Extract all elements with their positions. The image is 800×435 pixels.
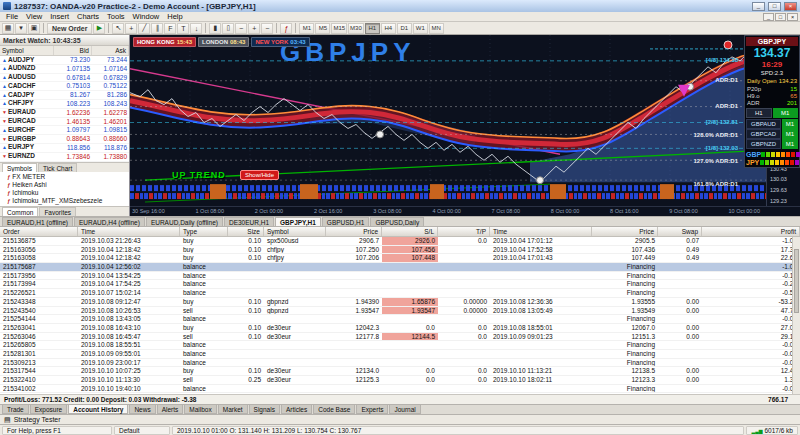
timeframe-button-m1[interactable]: M1 [773,108,799,118]
orders-column-swap-10[interactable]: Swap [658,227,702,236]
timeframe-w1[interactable]: W1 [413,23,428,34]
market-watch-row[interactable]: ▲CADCHF0.751030.75122 [0,82,129,91]
order-row[interactable]: 2152813012019.10.09 09:55:01balanceFinan… [0,350,800,359]
chart-tab-gbpjpy-h1[interactable]: GBPJPY,H1 [275,217,321,226]
orders-column-type-2[interactable]: Type [180,227,228,236]
menu-view[interactable]: View [22,12,46,21]
orders-scrollbar[interactable] [792,237,800,394]
mdi-minimize-button[interactable]: _ [763,13,774,21]
market-watch-row[interactable]: ▲CHFJPY108.223108.243 [0,100,129,109]
order-row[interactable]: 2151739562019.10.04 13:54:25balanceFinan… [0,272,800,281]
market-watch-row[interactable]: ▲CADJPY81.26781.286 [0,91,129,100]
timeframe-m1[interactable]: M1 [299,23,314,34]
orders-column-profit-11[interactable]: Profit [702,227,800,236]
chart-tab-euraud-h4-offline-[interactable]: EURAUD,H4 (offline) [74,217,145,226]
pair-timeframe-button[interactable]: M1 [782,129,798,139]
chart-tab-euraud-daily-offline-[interactable]: EURAUD,Daily (offline) [146,217,223,226]
market-watch-row[interactable]: ▲AUDUSD0.678140.67829 [0,74,129,83]
cursor-icon[interactable]: ↖ [112,23,124,34]
text-label-icon[interactable]: T [177,23,189,34]
zoom-in-icon[interactable]: + [248,23,260,34]
market-watch-row[interactable]: ▼EURGBP0.886430.88660 [0,135,129,144]
terminal-tab-experts[interactable]: Experts [356,405,388,414]
mdi-close-button[interactable]: × [787,13,798,21]
orders-column-order-0[interactable]: Order [0,227,78,236]
profiles-icon[interactable]: ▣ [28,23,40,34]
restore-button[interactable]: □ [768,2,781,11]
navigator-item-ichimoku[interactable]: ƒIchimoku [0,189,129,197]
close-button[interactable]: × [784,2,797,11]
order-row[interactable]: 2153175442019.10.10 10:07:25buy0.10de30e… [0,367,800,376]
column-header-symbol[interactable]: Symbol [0,46,54,55]
timeframe-m15[interactable]: M15 [331,23,347,34]
terminal-tab-market[interactable]: Market [218,405,248,414]
menu-charts[interactable]: Charts [73,12,103,21]
zoom-out-icon[interactable]: − [261,23,273,34]
navigator-tab-common[interactable]: Common [2,207,38,216]
strategy-tester-bar[interactable]: ▤ Strategy Tester [0,414,800,424]
menu-help[interactable]: Help [163,12,186,21]
market-watch-row[interactable]: ▲EURJPY118.856118.876 [0,144,129,153]
menu-tools[interactable]: Tools [103,12,129,21]
market-watch-row[interactable]: ▲AUDNZD1.071351.07164 [0,65,129,74]
pair-timeframe-button[interactable]: M1 [782,119,798,129]
order-row[interactable]: 2152630462019.10.08 16:45:47sell0.10de30… [0,333,800,342]
new-order-button[interactable]: New Order [47,23,92,34]
market-watch-row[interactable]: ▼EURAUD1.622361.62278 [0,109,129,118]
orders-column-s-l-6[interactable]: S/L [382,227,438,236]
terminal-tab-exposure[interactable]: Exposure [30,405,67,414]
pair-timeframe-button[interactable]: M1 [782,139,798,149]
order-row[interactable]: 2152541442019.10.08 13:43:05balanceFinan… [0,315,800,324]
indicators-icon[interactable]: ƒ [280,23,292,34]
show-hide-button[interactable]: Show/Hide [240,170,279,180]
orders-column-time-8[interactable]: Time [490,227,592,236]
column-header-bid[interactable]: Bid [54,46,92,55]
market-watch-row[interactable]: ▼EURCAD1.461351.46201 [0,118,129,127]
orders-column-size-3[interactable]: Size [228,227,264,236]
order-row[interactable]: 2152435402019.10.08 10:26:53sell0.10gbpn… [0,307,800,316]
autotrading-icon[interactable]: ▶ [93,23,105,34]
order-row[interactable]: 2152630412019.10.08 16:43:10buy0.10de30e… [0,324,800,333]
line-chart-icon[interactable]: ~ [235,23,247,34]
order-row[interactable]: 2153224102019.10.10 11:13:30sell0.25de30… [0,376,800,385]
candlestick-icon[interactable]: ▯ [222,23,234,34]
order-row[interactable]: 2151739942019.10.04 17:54:25balanceFinan… [0,280,800,289]
menu-window[interactable]: Window [129,12,164,21]
order-row[interactable]: 2151630582019.10.04 12:18:42buy0.10chfjp… [0,254,800,263]
terminal-tab-alerts[interactable]: Alerts [157,405,184,414]
time-axis[interactable]: 30 Sep 16:001 Oct 08:002 Oct 00:002 Oct … [130,206,800,216]
orders-column-price-9[interactable]: Price [592,227,658,236]
chart-plot[interactable]: HONG KONG15:43LONDON08:43NEW YORK03:43 G… [130,35,800,206]
column-header-ask[interactable]: Ask [92,46,129,55]
terminal-tab-journal[interactable]: Journal [389,405,420,414]
fibonacci-icon[interactable]: F [164,23,176,34]
pair-row-gbpnzd[interactable]: GBPNZDM1 [746,139,798,149]
market-watch-tab-tick-chart[interactable]: Tick Chart [38,163,77,172]
market-watch-row[interactable]: ▲EURCHF1.097971.09815 [0,126,129,135]
timeframe-d1[interactable]: D1 [397,23,412,34]
terminal-tab-code-base[interactable]: Code Base [313,405,355,414]
terminal-tab-account-history[interactable]: Account History [68,405,128,414]
orders-column-price-5[interactable]: Price [326,227,382,236]
terminal-tab-signals[interactable]: Signals [249,405,280,414]
navigator-item-heiken-ashi[interactable]: ƒHeiken Ashi [0,181,129,189]
minimize-button[interactable]: _ [752,2,765,11]
pair-row-gbpaud[interactable]: GBPAUDM1 [746,119,798,129]
order-row[interactable]: 2151756872019.10.04 12:56:02balanceFinan… [0,263,800,272]
market-watch-header[interactable]: Market Watch: 10:43:35 [0,35,129,46]
order-row[interactable]: 2152433482019.10.08 09:12:47buy0.10gbpnz… [0,298,800,307]
new-chart-icon[interactable]: ▦ [2,23,14,34]
scrollbar-thumb[interactable] [794,249,799,313]
arrow-object-icon[interactable]: ↓ [190,23,202,34]
terminal-tab-mailbox[interactable]: Mailbox [184,405,216,414]
timeframe-m5[interactable]: M5 [315,23,330,34]
orders-column-symbol-4[interactable]: Symbol [264,227,326,236]
menu-file[interactable]: File [2,12,22,21]
order-row[interactable]: 2152265212019.10.07 15:02:14balanceFinan… [0,289,800,298]
chart-tab-gbpusd-daily[interactable]: GBPUSD,Daily [370,217,424,226]
navigator-tab-favorites[interactable]: Favorites [39,207,76,216]
orders-column-t-p-7[interactable]: T/P [438,227,490,236]
terminal-tab-news[interactable]: News [129,405,155,414]
order-row[interactable]: 2151368752019.10.03 21:26:43buy0.10spx50… [0,237,800,246]
crosshair-icon[interactable]: + [125,23,137,34]
